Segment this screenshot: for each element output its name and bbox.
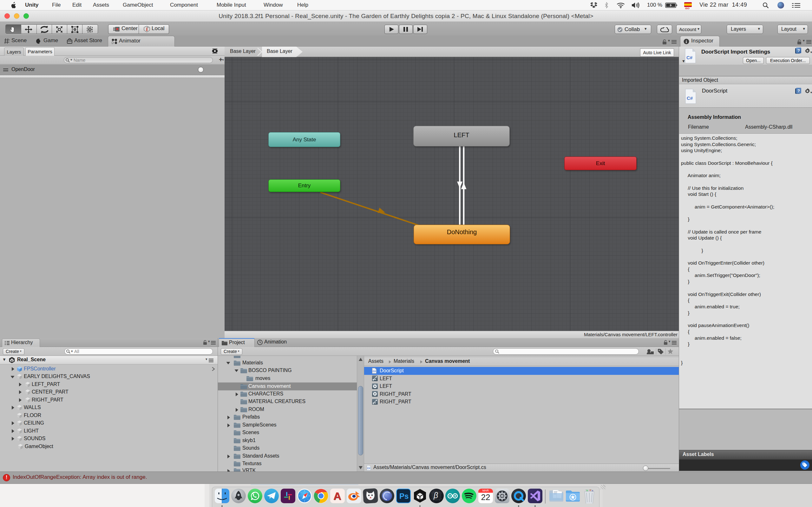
svg-text:C#: C# [687, 95, 693, 101]
svg-text:C#: C# [367, 467, 370, 469]
svg-text:?: ? [798, 89, 800, 93]
svg-text:C#: C# [373, 370, 376, 373]
svg-text:C#: C# [687, 55, 693, 60]
svg-text:?: ? [798, 48, 800, 53]
